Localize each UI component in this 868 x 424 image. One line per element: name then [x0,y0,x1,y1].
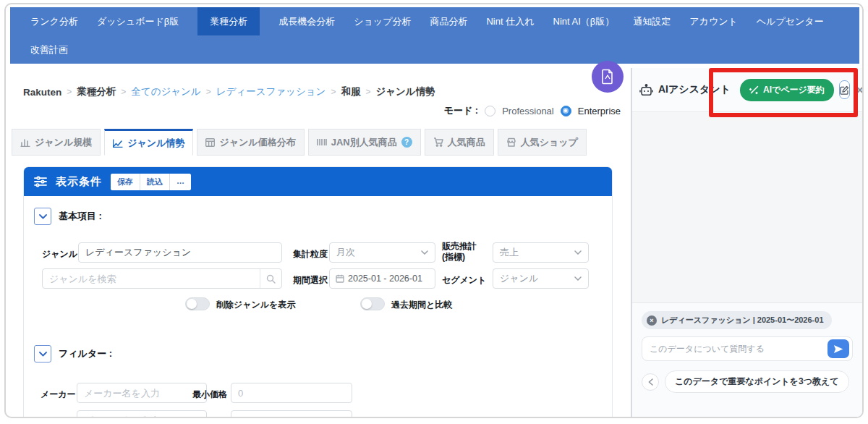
question-input[interactable] [650,344,827,354]
table-icon [205,138,215,147]
basic-section-header: 基本項目 : [34,208,102,225]
granularity-label: 集計粒度 [293,248,328,260]
mode-option-professional[interactable]: Professional [502,106,554,116]
question-input-row [642,336,853,361]
breadcrumb-separator: > [365,87,370,97]
collapse-filter-button[interactable] [34,345,51,362]
nav-item-rank-analysis[interactable]: ランク分析 [30,15,78,28]
tab-genre-trend[interactable]: ジャンル情勢 [104,129,193,156]
chevron-left-icon[interactable] [642,373,659,391]
metric-label-line2: (指標) [442,252,465,262]
mode-option-enterprise[interactable]: Enterprise [578,106,621,116]
tab-genre-price-distribution[interactable]: ジャンル価格分布 [197,129,304,156]
breadcrumb-ladies-fashion-link[interactable]: レディースファッション [216,85,326,98]
nav-item-improvement-plan[interactable]: 改善計画 [30,43,68,56]
robot-icon [639,84,653,96]
breadcrumb-industry-analysis: 業種分析 [77,85,116,98]
chevron-down-icon [421,250,428,255]
collapse-basic-button[interactable] [34,208,51,225]
card-title: 表示条件 [56,175,102,189]
tab-popular-products[interactable]: 人気商品 [425,129,494,156]
chevron-down-icon [574,276,582,281]
genre-input[interactable] [78,242,282,263]
filter-section-header: フィルター : [34,345,112,362]
calendar-icon [336,274,344,283]
sliders-icon [34,176,47,187]
brand-input[interactable] [77,410,207,418]
maker-input[interactable] [77,383,207,403]
store-icon [506,137,516,147]
nav-item-product-analysis[interactable]: 商品分析 [430,15,467,28]
magic-wand-icon [749,85,759,95]
help-icon[interactable]: ? [401,137,412,148]
tab-label: ジャンル情勢 [127,137,184,150]
radio-professional[interactable] [485,106,495,116]
context-tag-label: レディースファッション | 2025-01〜2026-01 [661,315,824,326]
close-icon[interactable]: × [856,84,862,96]
nav-item-dashboard-beta[interactable]: ダッシュボードβ版 [97,15,179,28]
pdf-export-button[interactable] [592,61,624,93]
period-range-input[interactable]: 2025-01 - 2026-01 [329,268,435,289]
breadcrumb-separator: > [67,87,72,97]
maker-label: メーカー [41,389,76,401]
breadcrumb-separator: > [206,87,211,97]
display-conditions-card: 表示条件 保存 読込 … 基本項目 : ジャンル 集計粒度 月次 [23,166,613,418]
tab-label: 人気ショップ [521,136,578,149]
nav-row-2: 改善計画 [10,35,859,64]
nav-item-growth-opportunity[interactable]: 成長機会分析 [278,15,335,28]
breadcrumb-genre-trend: ジャンル情勢 [375,85,435,98]
period-value: 2025-01 - 2026-01 [348,274,422,284]
nav-item-nint-ai[interactable]: Nint AI（β版） [553,15,615,28]
send-button[interactable] [827,339,849,358]
metric-select[interactable]: 売上 [493,242,589,263]
load-button[interactable]: 読込 [140,174,170,190]
segment-label: セグメント [442,274,486,287]
min-price-input[interactable] [231,383,352,403]
filter-section-title: フィルター : [59,347,112,360]
nav-item-help-center[interactable]: ヘルプセンター [757,15,824,28]
breadcrumb-rakuten: Rakuten [23,87,61,98]
show-deleted-genres-label: 削除ジャンルを表示 [216,299,295,311]
breadcrumb-all-genres-link[interactable]: 全てのジャンル [131,85,200,98]
tab-label: 人気商品 [448,136,485,149]
save-button[interactable]: 保存 [111,174,140,190]
nav-item-shop-analysis[interactable]: ショップ分析 [354,15,411,28]
ai-page-summary-button[interactable]: AIでページ要約 [740,79,834,101]
tab-genre-scale[interactable]: ジャンル規模 [12,129,101,156]
nav-item-account[interactable]: アカウント [689,15,738,28]
tab-label: ジャンル規模 [35,136,92,149]
ai-assistant-panel: AIアシスタント AIでページ要約 × [631,68,862,418]
save-load-button-group: 保存 読込 … [111,174,191,190]
ai-input-section: × レディースファッション | 2025-01〜2026-01 このデータで重要… [632,303,862,418]
tab-popular-shops[interactable]: 人気ショップ [498,129,587,156]
remove-tag-icon[interactable]: × [647,315,657,326]
max-price-input[interactable] [231,410,352,418]
pdf-file-icon [600,69,615,85]
show-deleted-genres-toggle[interactable] [185,297,210,310]
nav-item-notification-settings[interactable]: 通知設定 [633,15,671,28]
nav-item-industry-analysis[interactable]: 業種分析 [197,7,260,35]
breadcrumb: Rakuten > 業種分析 > 全てのジャンル > レディースファッション >… [23,85,435,98]
suggestion-chip-key-points[interactable]: このデータで重要なポイントを3つ教えて [665,370,849,393]
bar-chart-icon [20,138,30,147]
compare-past-period-toggle[interactable] [360,297,385,310]
granularity-value: 月次 [336,246,355,259]
tab-label: JAN別人気商品 [331,136,397,149]
granularity-select[interactable]: 月次 [329,242,435,263]
nav-row-1: ランク分析 ダッシュボードβ版 業種分析 成長機会分析 ショップ分析 商品分析 … [10,7,859,35]
segment-select[interactable]: ジャンル [493,268,589,289]
genre-search-box [42,268,282,289]
segment-value: ジャンル [500,272,538,285]
more-options-button[interactable]: … [170,174,191,190]
search-icon[interactable] [260,269,281,288]
genre-label: ジャンル [42,248,77,260]
radio-enterprise[interactable] [561,106,571,116]
tab-jan-popular-products[interactable]: JAN別人気商品 ? [308,129,421,156]
edit-note-button[interactable] [839,80,850,99]
compare-past-period-label: 過去期間と比較 [391,299,452,311]
cart-icon [433,137,443,147]
genre-search-input[interactable] [43,269,260,288]
ai-chat-area [632,112,862,303]
nav-item-nint-purchase[interactable]: Nint 仕入れ [486,15,534,28]
app-window: ランク分析 ダッシュボードβ版 業種分析 成長機会分析 ショップ分析 商品分析 … [4,3,864,418]
